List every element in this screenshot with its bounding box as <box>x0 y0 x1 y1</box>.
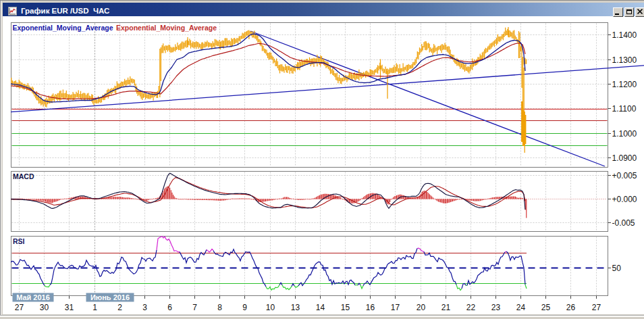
svg-text:22: 22 <box>466 303 476 312</box>
svg-text:3: 3 <box>142 303 147 312</box>
svg-text:27: 27 <box>15 303 24 312</box>
svg-text:MACD: MACD <box>13 172 34 180</box>
svg-text:2: 2 <box>117 303 122 312</box>
svg-text:1: 1 <box>92 303 97 312</box>
svg-text:21: 21 <box>441 303 451 312</box>
svg-text:50: 50 <box>612 264 622 273</box>
svg-text:9: 9 <box>242 303 247 312</box>
svg-text:Exponential_Moving_Average: Exponential_Moving_Average <box>116 24 217 32</box>
svg-text:1.1400: 1.1400 <box>612 30 637 40</box>
svg-text:13: 13 <box>291 303 300 312</box>
svg-text:6: 6 <box>167 303 172 312</box>
svg-text:17: 17 <box>391 303 400 312</box>
svg-text:30: 30 <box>40 303 49 312</box>
svg-text:7: 7 <box>192 303 197 312</box>
svg-text:26: 26 <box>566 303 576 312</box>
svg-text:1.1100: 1.1100 <box>612 104 637 114</box>
svg-text:1.0900: 1.0900 <box>612 153 637 163</box>
svg-text:1.1300: 1.1300 <box>612 55 637 65</box>
svg-text:10: 10 <box>266 303 275 312</box>
svg-text:16: 16 <box>366 303 375 312</box>
svg-text:-0.005: -0.005 <box>612 218 635 228</box>
svg-text:Июнь 2016: Июнь 2016 <box>90 293 130 301</box>
svg-text:25: 25 <box>541 303 551 312</box>
svg-text:31: 31 <box>65 303 74 312</box>
svg-text:14: 14 <box>316 303 325 312</box>
svg-text:+0.000: +0.000 <box>612 195 637 204</box>
svg-text:Exponential_Moving_Average: Exponential_Moving_Average <box>13 24 113 32</box>
svg-text:+0.005: +0.005 <box>612 171 637 180</box>
svg-text:1.1000: 1.1000 <box>612 129 637 139</box>
svg-text:8: 8 <box>217 303 222 312</box>
svg-text:1.1200: 1.1200 <box>612 80 637 89</box>
svg-text:15: 15 <box>341 303 350 312</box>
svg-text:24: 24 <box>516 303 526 312</box>
svg-text:23: 23 <box>491 303 501 312</box>
svg-text:27: 27 <box>592 303 601 312</box>
svg-text:20: 20 <box>417 303 426 312</box>
svg-text:RSI: RSI <box>13 237 25 245</box>
svg-text:Май 2016: Май 2016 <box>16 293 50 301</box>
